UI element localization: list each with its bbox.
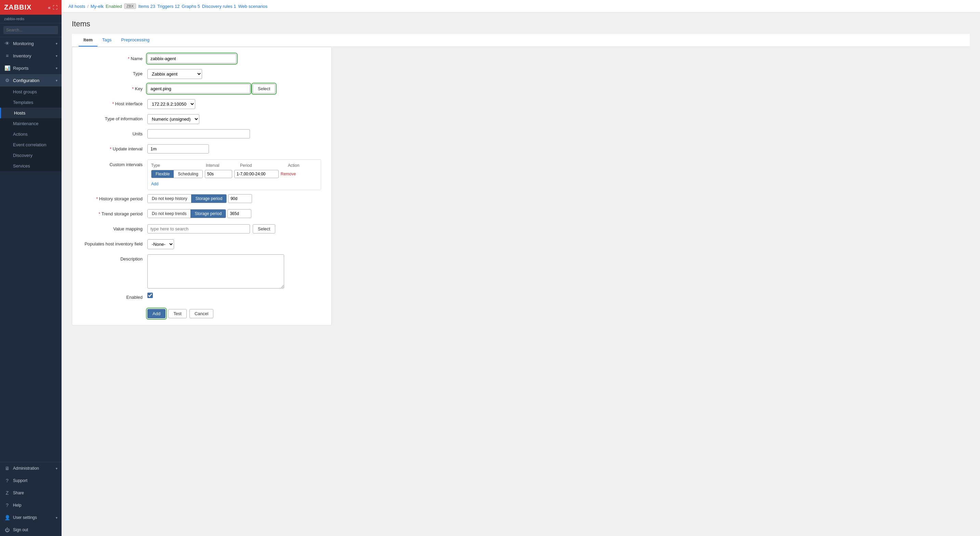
type-of-info-select[interactable]: Numeric (unsigned) Numeric (float) Chara… — [147, 114, 199, 124]
sidebar-item-sign-out[interactable]: ⏻ Sign out — [0, 524, 62, 536]
sidebar-item-help[interactable]: ? Help — [0, 499, 62, 511]
sidebar-item-hosts[interactable]: Hosts — [0, 108, 62, 118]
key-input[interactable] — [147, 84, 250, 93]
sidebar-item-inventory[interactable]: ≡ Inventory ▾ — [0, 49, 62, 62]
type-select[interactable]: Zabbix agent Zabbix agent (active) Simpl… — [147, 69, 202, 79]
cancel-button[interactable]: Cancel — [189, 309, 213, 318]
add-button[interactable]: Add — [147, 309, 165, 318]
configuration-chevron: ▾ — [56, 79, 57, 83]
sign-out-icon: ⏻ — [4, 527, 10, 533]
ci-add-link[interactable]: Add — [151, 181, 158, 186]
sidebar-reports-label: Reports — [13, 66, 53, 71]
history-no-keep-btn[interactable]: Do not keep history — [148, 194, 191, 203]
breadcrumb-items[interactable]: Items 23 — [138, 4, 155, 9]
flexible-button[interactable]: Flexible — [151, 170, 174, 178]
key-select-button[interactable]: Select — [253, 84, 275, 93]
configuration-icon: ⚙ — [4, 78, 10, 83]
name-input[interactable] — [147, 54, 236, 63]
breadcrumb-badge: ZBX — [124, 3, 136, 9]
ci-action-header: Action — [288, 163, 317, 168]
breadcrumb-sep1: / — [87, 4, 89, 9]
populates-label: Populates host inventory field — [79, 239, 147, 247]
intervals-header: Type Interval Period Action — [151, 163, 317, 168]
value-mapping-select-btn[interactable]: Select — [253, 224, 275, 234]
enabled-row: Enabled — [79, 293, 321, 304]
breadcrumb-triggers[interactable]: Triggers 12 — [157, 4, 180, 9]
history-value-input[interactable] — [228, 194, 252, 203]
populates-field: -None- — [147, 239, 321, 249]
main-content: All hosts / My-elk Enabled ZBX Items 23 … — [62, 0, 980, 536]
tab-item[interactable]: Item — [79, 34, 97, 46]
type-field-container: Zabbix agent Zabbix agent (active) Simpl… — [147, 69, 321, 79]
sidebar-item-actions[interactable]: Actions — [0, 129, 62, 140]
custom-intervals-field: Type Interval Period Action Flexible Sch… — [147, 159, 321, 190]
sidebar-item-share[interactable]: Z Share — [0, 487, 62, 499]
sidebar-item-support[interactable]: ? Support — [0, 474, 62, 487]
value-mapping-row: Value mapping Select — [79, 224, 321, 235]
monitoring-icon: 👁 — [4, 41, 10, 46]
enabled-field — [147, 293, 321, 298]
sidebar-item-services[interactable]: Services — [0, 161, 62, 171]
sidebar-item-host-groups[interactable]: Host groups — [0, 86, 62, 97]
test-button[interactable]: Test — [168, 309, 187, 318]
trend-value-input[interactable] — [228, 209, 251, 218]
expand-icon[interactable]: ⛶ — [52, 5, 57, 10]
breadcrumb-web[interactable]: Web scenarios — [238, 4, 268, 9]
sidebar-search-input[interactable] — [3, 26, 58, 34]
sidebar-item-monitoring[interactable]: 👁 Monitoring ▾ — [0, 37, 62, 49]
host-interface-select[interactable]: 172.22.9.2:10050 — [147, 99, 195, 109]
ci-period-input[interactable] — [234, 170, 279, 178]
trend-no-keep-btn[interactable]: Do not keep trends — [148, 210, 191, 218]
history-row: History storage period Do not keep histo… — [79, 194, 321, 205]
history-storage-period-btn[interactable]: Storage period — [191, 194, 226, 203]
trend-storage-row: Do not keep trends Storage period — [147, 209, 251, 218]
custom-intervals-row: Custom intervals Type Interval Period Ac… — [79, 159, 321, 190]
host-interface-field: 172.22.9.2:10050 — [147, 99, 321, 109]
description-textarea[interactable] — [147, 254, 284, 288]
ci-remove-link[interactable]: Remove — [281, 172, 296, 177]
value-mapping-input[interactable] — [147, 224, 250, 234]
ci-interval-header: Interval — [206, 163, 240, 168]
type-label: Type — [79, 69, 147, 76]
user-chevron: ▾ — [56, 516, 57, 520]
populates-select[interactable]: -None- — [147, 239, 174, 249]
host-interface-label: Host interface — [79, 99, 147, 106]
sidebar-item-maintenance[interactable]: Maintenance — [0, 118, 62, 129]
sidebar-item-configuration[interactable]: ⚙ Configuration ▾ — [0, 74, 62, 86]
history-storage-group: Do not keep history Storage period — [147, 194, 227, 203]
collapse-icon[interactable]: « — [48, 5, 51, 10]
breadcrumb-all-hosts[interactable]: All hosts — [68, 4, 85, 9]
description-field — [147, 254, 321, 288]
sidebar-item-templates[interactable]: Templates — [0, 97, 62, 108]
sidebar-item-discovery[interactable]: Discovery — [0, 150, 62, 161]
breadcrumb-host[interactable]: My-elk — [91, 4, 103, 9]
tab-preprocessing[interactable]: Preprocessing — [116, 34, 154, 46]
sidebar-item-reports[interactable]: 📊 Reports ▾ — [0, 62, 62, 74]
enabled-checkbox[interactable] — [147, 293, 153, 298]
sidebar-item-user-settings[interactable]: 👤 User settings ▾ — [0, 511, 62, 524]
breadcrumb-discovery[interactable]: Discovery rules 1 — [202, 4, 236, 9]
custom-intervals-label: Custom intervals — [79, 159, 147, 167]
breadcrumb-graphs[interactable]: Graphs 5 — [181, 4, 200, 9]
page-title: Items — [72, 19, 970, 29]
administration-chevron: ▾ — [56, 467, 57, 470]
trend-row: Trend storage period Do not keep trends … — [79, 209, 321, 220]
description-row: Description — [79, 254, 321, 288]
reports-icon: 📊 — [4, 65, 10, 71]
trend-storage-period-btn[interactable]: Storage period — [191, 210, 226, 218]
breadcrumb-status[interactable]: Enabled — [106, 4, 122, 9]
inventory-icon: ≡ — [4, 53, 10, 59]
trend-label: Trend storage period — [79, 209, 147, 216]
sidebar-item-event-correlation[interactable]: Event correlation — [0, 140, 62, 150]
sidebar-item-administration[interactable]: 🖥 Administration ▾ — [0, 462, 62, 474]
tab-tags[interactable]: Tags — [97, 34, 116, 46]
units-input[interactable] — [147, 129, 250, 138]
scheduling-button[interactable]: Scheduling — [174, 170, 202, 178]
sidebar-logo[interactable]: ZABBIX — [4, 3, 32, 11]
ci-interval-input[interactable] — [205, 170, 232, 178]
inventory-chevron: ▾ — [56, 54, 57, 58]
update-interval-row: Update interval — [79, 144, 321, 155]
sidebar-support-label: Support — [13, 478, 57, 483]
ci-add-container: Add — [151, 180, 317, 186]
update-interval-input[interactable] — [147, 144, 209, 153]
